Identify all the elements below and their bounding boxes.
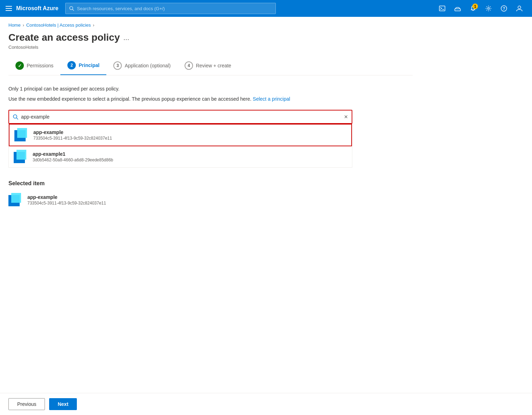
result-item[interactable]: app-example 733504c5-3911-4f13-9c59-32c8…: [9, 125, 351, 146]
breadcrumb-access-policies[interactable]: ContosoHotels | Access policies: [26, 22, 91, 28]
nav-icons: 1 ?: [435, 1, 526, 15]
wizard-step-application[interactable]: 3 Application (optional): [106, 57, 178, 75]
notifications-icon-btn[interactable]: 1: [466, 1, 480, 15]
global-search-input[interactable]: [77, 6, 272, 11]
step-review-number: 4: [185, 61, 193, 70]
svg-rect-2: [439, 6, 445, 11]
wizard-step-principal[interactable]: 2 Principal: [60, 57, 106, 75]
page-subtitle: ContosoHotels: [8, 45, 413, 50]
search-container: ✕ app-example 733504c5-3911-4f13-9c59-32…: [8, 110, 413, 168]
profile-icon-btn[interactable]: [512, 1, 526, 15]
breadcrumb: Home › ContosoHotels | Access policies ›: [8, 22, 413, 28]
wizard-steps: ✓ Permissions 2 Principal 3 Application …: [8, 57, 413, 75]
cloudshell-icon: [454, 5, 461, 12]
result-name-0: app-example: [33, 129, 112, 135]
terminal-icon-btn[interactable]: [435, 1, 449, 15]
principal-search-wrapper[interactable]: ✕: [8, 110, 352, 124]
result-item-1[interactable]: app-example1 3d0b5462-50a8-4660-a6d8-29e…: [9, 146, 352, 167]
selected-item-id: 733504c5-3911-4f13-9c59-32c824037e11: [27, 201, 106, 206]
avatar-icon: [516, 5, 523, 12]
help-icon: ?: [501, 5, 507, 12]
wizard-step-review[interactable]: 4 Review + create: [178, 57, 238, 75]
breadcrumb-sep-1: ›: [23, 23, 24, 28]
breadcrumb-sep-2: ›: [93, 23, 94, 28]
gear-icon: [485, 5, 492, 12]
top-navigation: Microsoft Azure 1: [0, 0, 532, 17]
breadcrumb-home[interactable]: Home: [8, 22, 21, 28]
search-icon: [69, 6, 74, 11]
svg-point-5: [488, 8, 490, 9]
settings-icon-btn[interactable]: [481, 1, 496, 15]
step-application-label: Application (optional): [125, 63, 171, 68]
svg-line-10: [16, 118, 18, 119]
result-id-1: 3d0b5462-50a8-4660-a6d8-29eede85d86b: [33, 158, 113, 162]
result-item-selected-wrapper: app-example 733504c5-3911-4f13-9c59-32c8…: [9, 124, 352, 146]
hamburger-menu[interactable]: [6, 6, 12, 11]
page-title-more-btn[interactable]: ...: [124, 34, 129, 42]
principal-search-input[interactable]: [21, 114, 341, 120]
notification-badge: 1: [472, 4, 478, 9]
step-application-number: 3: [113, 61, 122, 70]
result-id-0: 733504c5-3911-4f13-9c59-32c824037e11: [33, 136, 112, 141]
main-content: Home › ContosoHotels | Access policies ›…: [0, 17, 421, 214]
info-line1: Only 1 principal can be assigned per acc…: [8, 85, 413, 93]
principal-search-icon: [13, 114, 18, 120]
result-info-0: app-example 733504c5-3911-4f13-9c59-32c8…: [33, 129, 112, 141]
selected-item-info: app-example 733504c5-3911-4f13-9c59-32c8…: [27, 194, 106, 206]
result-name-1: app-example1: [33, 151, 113, 157]
page-title-row: Create an access policy ...: [8, 32, 413, 43]
brand-logo: Microsoft Azure: [16, 5, 58, 12]
selected-app-icon: [8, 193, 22, 207]
terminal-icon: [439, 5, 445, 12]
selected-section: Selected item app-example 733504c5-3911-…: [8, 180, 413, 208]
page-title: Create an access policy: [8, 32, 120, 43]
selected-item-name: app-example: [27, 194, 106, 200]
step-completed-icon: ✓: [15, 61, 24, 70]
step-principal-number: 2: [67, 61, 76, 69]
global-search-bar[interactable]: [65, 3, 276, 14]
help-icon-btn[interactable]: ?: [497, 1, 511, 15]
cloudshell-icon-btn[interactable]: [451, 1, 465, 15]
selected-item: app-example 733504c5-3911-4f13-9c59-32c8…: [8, 192, 413, 208]
search-clear-btn[interactable]: ✕: [344, 114, 348, 120]
step-review-label: Review + create: [196, 63, 231, 68]
select-principal-link[interactable]: Select a principal: [253, 96, 290, 102]
search-results-container: app-example 733504c5-3911-4f13-9c59-32c8…: [8, 124, 352, 168]
app-icon-1: [14, 150, 28, 164]
app-icon-0: [14, 128, 28, 142]
step-principal-label: Principal: [79, 62, 99, 68]
svg-line-1: [73, 9, 74, 11]
svg-rect-4: [455, 9, 460, 11]
wizard-step-permissions[interactable]: ✓ Permissions: [8, 57, 60, 75]
step-permissions-label: Permissions: [27, 63, 53, 68]
selected-section-title: Selected item: [8, 180, 413, 187]
svg-point-8: [518, 6, 521, 9]
info-line2: Use the new embedded experience to selec…: [8, 95, 413, 103]
result-info-1: app-example1 3d0b5462-50a8-4660-a6d8-29e…: [33, 151, 113, 162]
svg-text:?: ?: [503, 6, 505, 11]
